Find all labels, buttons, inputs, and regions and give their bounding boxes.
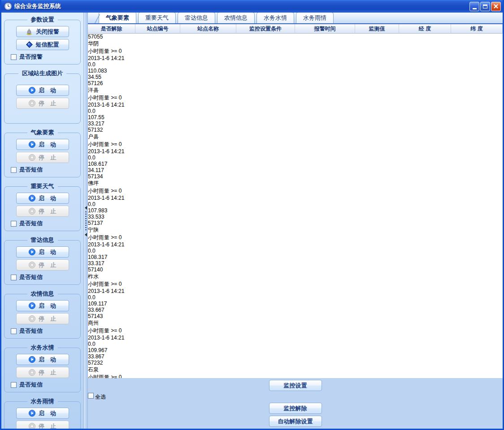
group-title: 雷达信息 xyxy=(27,236,58,244)
monitor-release-button[interactable]: 监控解除 xyxy=(269,403,322,414)
table-row[interactable]: 57143商州小时雨量 >= 02013-1-6 14:210.0109.967… xyxy=(88,313,503,360)
sidebar: 参数设置关闭报警短信配置是否报警区域站生成图片启 动停 止气象要素启 动停 止是… xyxy=(1,13,83,429)
minimize-button[interactable] xyxy=(469,2,479,11)
close-button[interactable] xyxy=(491,2,501,11)
table-cell: 108.317 xyxy=(88,254,140,260)
table-cell: 33.533 xyxy=(88,214,503,220)
stop-icon xyxy=(29,154,35,161)
auto-release-settings-button[interactable]: 自动解除设置 xyxy=(269,416,322,427)
checkbox[interactable] xyxy=(11,328,17,334)
button-label: 启 动 xyxy=(39,302,56,310)
table-row[interactable]: 57134佛坪小时雨量 >= 02013-1-6 14:210.0107.983… xyxy=(88,173,503,220)
checkbox[interactable] xyxy=(11,382,17,388)
table-row[interactable]: 57055华阴小时雨量 >= 02013-1-6 14:210.0110.083… xyxy=(88,34,503,80)
enable-sms-checkbox[interactable]: 是否短信 xyxy=(11,327,78,335)
stop-button[interactable]: 停 止 xyxy=(16,367,69,378)
collapse-left-icon[interactable] xyxy=(85,206,87,210)
column-header-3[interactable]: 监控设置条件 xyxy=(236,24,295,34)
stop-button[interactable]: 停 止 xyxy=(16,259,69,271)
checkbox[interactable] xyxy=(11,54,17,60)
close-alarm-button[interactable]: 关闭报警 xyxy=(16,26,69,37)
table-cell: 33.217 xyxy=(88,120,503,127)
select-all-checkbox[interactable] xyxy=(88,393,94,399)
stop-button[interactable]: 停 止 xyxy=(16,421,69,429)
table-cell: 2013-1-6 14:21 xyxy=(88,102,148,108)
maximize-button[interactable] xyxy=(480,2,490,11)
checkbox[interactable] xyxy=(11,275,17,280)
table-row[interactable]: 57132户县小时雨量 >= 02013-1-6 14:210.0108.617… xyxy=(88,127,503,173)
start-button[interactable]: 启 动 xyxy=(16,139,69,150)
sidebar-group-6: 水务水情启 动停 止是否短信 xyxy=(4,344,81,392)
stop-icon xyxy=(29,423,35,429)
bottom-toolbar: 监控设置 全选 监控解除 自动解除设置 xyxy=(88,378,503,429)
stop-icon xyxy=(29,100,35,107)
tab-3[interactable]: 农情信息 xyxy=(217,13,255,23)
button-label: 停 止 xyxy=(39,422,56,429)
tab-5[interactable]: 水务雨情 xyxy=(296,13,334,23)
button-label: 停 止 xyxy=(39,207,56,215)
table-row[interactable]: 57137宁陕小时雨量 >= 02013-1-6 14:210.0108.317… xyxy=(88,220,503,267)
column-header-6[interactable]: 经 度 xyxy=(399,24,451,34)
table-cell: 小时雨量 >= 0 xyxy=(88,327,147,335)
table-cell: 0.0 xyxy=(88,248,132,254)
start-button[interactable]: 启 动 xyxy=(16,300,69,311)
button-label: 启 动 xyxy=(39,248,56,256)
sms-icon xyxy=(26,41,33,48)
checkbox[interactable] xyxy=(11,167,17,173)
sidebar-splitter[interactable] xyxy=(83,13,88,429)
tab-strip: 气象要素重要天气雷达信息农情信息水务水情水务雨情 xyxy=(88,13,503,24)
table-cell: 商州 xyxy=(88,319,144,327)
column-header-5[interactable]: 监测值 xyxy=(355,24,399,34)
splitter-grip[interactable] xyxy=(85,211,87,231)
enable-sms-checkbox[interactable]: 是否短信 xyxy=(11,166,78,174)
table-cell: 华阴 xyxy=(88,40,144,47)
start-button[interactable]: 启 动 xyxy=(16,193,69,204)
table-row[interactable]: 57232石泉小时雨量 >= 02013-1-6 14:210.0108.267… xyxy=(88,360,503,378)
column-header-7[interactable]: 纬 度 xyxy=(451,24,503,34)
enable-alarm-checkbox[interactable]: 是否报警 xyxy=(11,53,78,61)
table-row[interactable]: 57126洋县小时雨量 >= 02013-1-6 14:210.0107.553… xyxy=(88,80,503,127)
column-header-0[interactable]: 是否解除 xyxy=(88,24,135,34)
enable-sms-checkbox[interactable]: 是否短信 xyxy=(11,219,78,228)
table-cell: 2013-1-6 14:21 xyxy=(88,195,148,201)
table-cell: 34.55 xyxy=(88,74,503,80)
stop-button[interactable]: 停 止 xyxy=(16,313,69,324)
select-all-row[interactable]: 全选 xyxy=(88,393,503,401)
table-cell: 34.117 xyxy=(88,167,503,173)
start-button[interactable]: 启 动 xyxy=(16,85,69,96)
window-title: 综合业务监控系统 xyxy=(14,2,469,10)
enable-sms-checkbox[interactable]: 是否短信 xyxy=(11,381,78,389)
table-cell: 柞水 xyxy=(88,273,144,280)
start-icon xyxy=(29,141,35,148)
table-cell: 小时雨量 >= 0 xyxy=(88,47,147,55)
sms-config-button[interactable]: 短信配置 xyxy=(16,39,69,50)
tab-1[interactable]: 重要天气 xyxy=(138,13,176,23)
checkbox[interactable] xyxy=(11,221,17,227)
stop-icon xyxy=(29,262,35,268)
stop-button[interactable]: 停 止 xyxy=(16,152,69,163)
button-label: 启 动 xyxy=(39,86,56,95)
enable-sms-checkbox[interactable]: 是否短信 xyxy=(11,273,78,281)
collapse-left-icon[interactable] xyxy=(85,233,87,236)
start-button[interactable]: 启 动 xyxy=(16,246,69,258)
stop-button[interactable]: 停 止 xyxy=(16,98,69,109)
button-label: 启 动 xyxy=(39,194,56,202)
table-cell: 2013-1-6 14:21 xyxy=(88,335,148,341)
table-row[interactable]: 57140柞水小时雨量 >= 02013-1-6 14:210.0109.117… xyxy=(88,267,503,313)
monitor-settings-button[interactable]: 监控设置 xyxy=(269,380,322,391)
start-button[interactable]: 启 动 xyxy=(16,408,69,419)
tab-2[interactable]: 雷达信息 xyxy=(178,13,215,23)
table-cell: 107.983 xyxy=(88,207,140,214)
table-cell: 小时雨量 >= 0 xyxy=(88,374,147,378)
tab-0[interactable]: 气象要素 xyxy=(99,13,136,23)
column-header-2[interactable]: 站点名称 xyxy=(180,24,236,34)
table-cell: 宁陕 xyxy=(88,226,144,234)
table-cell: 110.083 xyxy=(88,68,140,74)
tab-4[interactable]: 水务水情 xyxy=(256,13,294,23)
table-cell: 户县 xyxy=(88,133,144,141)
column-header-4[interactable]: 报警时间 xyxy=(295,24,355,34)
stop-button[interactable]: 停 止 xyxy=(16,206,69,217)
column-header-1[interactable]: 站点编号 xyxy=(135,24,180,34)
start-button[interactable]: 启 动 xyxy=(16,354,69,365)
sidebar-group-7: 水务雨情启 动停 止是否短信 xyxy=(4,397,81,429)
